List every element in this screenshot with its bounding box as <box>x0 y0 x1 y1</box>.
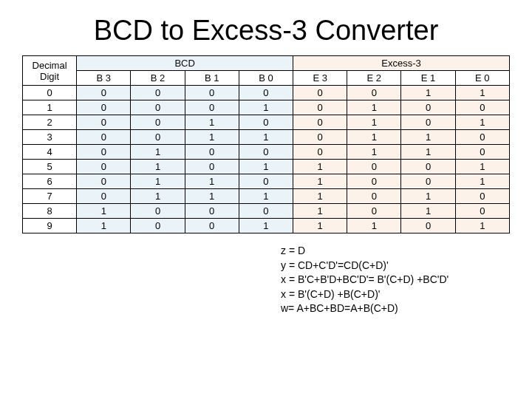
table-cell: 1 <box>347 130 401 145</box>
table-cell: 1 <box>455 115 509 130</box>
table-cell: 0 <box>401 100 455 115</box>
table-cell: 0 <box>293 145 347 160</box>
table-cell: 4 <box>23 145 77 160</box>
table-cell: 0 <box>239 86 293 100</box>
table-row: 601101001 <box>23 174 510 189</box>
table-cell: 1 <box>347 115 401 130</box>
table-cell: 1 <box>239 160 293 174</box>
table-cell: 0 <box>293 115 347 130</box>
table-cell: 1 <box>347 100 401 115</box>
table-cell: 1 <box>131 174 185 189</box>
header-decimal: Decimal Digit <box>23 56 77 86</box>
table-cell: 0 <box>401 160 455 174</box>
table-cell: 0 <box>239 145 293 160</box>
table-cell: 1 <box>455 219 509 233</box>
table-cell: 0 <box>347 86 401 100</box>
table-cell: 0 <box>401 219 455 233</box>
table-cell: 1 <box>239 219 293 233</box>
table-row: 810001010 <box>23 204 510 219</box>
table-cell: 1 <box>185 130 239 145</box>
formula-z: z = D <box>281 244 510 259</box>
table-cell: 0 <box>77 100 131 115</box>
table-cell: 1 <box>77 204 131 219</box>
table-cell: 0 <box>23 86 77 100</box>
table-cell: 0 <box>347 160 401 174</box>
table-cell: 5 <box>23 160 77 174</box>
header-e2: E 2 <box>347 71 401 86</box>
header-e1: E 1 <box>401 71 455 86</box>
table-cell: 7 <box>23 189 77 204</box>
header-e3: E 3 <box>293 71 347 86</box>
table-cell: 0 <box>347 204 401 219</box>
table-cell: 1 <box>131 145 185 160</box>
table-cell: 1 <box>131 160 185 174</box>
table-cell: 0 <box>131 100 185 115</box>
table-cell: 1 <box>77 219 131 233</box>
table-cell: 0 <box>131 204 185 219</box>
table-cell: 0 <box>131 130 185 145</box>
table-cell: 1 <box>455 86 509 100</box>
table-cell: 0 <box>77 174 131 189</box>
table-cell: 3 <box>23 130 77 145</box>
table-row: 501011001 <box>23 160 510 174</box>
table-cell: 2 <box>23 115 77 130</box>
table-cell: 1 <box>185 115 239 130</box>
table-cell: 0 <box>77 130 131 145</box>
table-cell: 0 <box>239 204 293 219</box>
table-cell: 0 <box>77 115 131 130</box>
truth-table: Decimal Digit BCD Excess-3 B 3 B 2 B 1 B… <box>22 55 510 233</box>
formula-x2: x = B'(C+D) +B(C+D)' <box>281 287 510 302</box>
boolean-formulas: z = D y = CD+C'D'=CD(C+D)' x = B'C+B'D+B… <box>281 244 510 316</box>
page-title: BCD to Excess-3 Converter <box>22 15 510 47</box>
table-cell: 0 <box>131 115 185 130</box>
table-cell: 0 <box>401 115 455 130</box>
header-b1: B 1 <box>185 71 239 86</box>
table-row: 910011101 <box>23 219 510 233</box>
table-cell: 1 <box>131 189 185 204</box>
table-cell: 1 <box>401 204 455 219</box>
table-cell: 1 <box>185 174 239 189</box>
table-row: 100010100 <box>23 100 510 115</box>
table-cell: 1 <box>401 130 455 145</box>
formula-w: w= A+BC+BD=A+B(C+D) <box>281 301 510 316</box>
header-bcd: BCD <box>77 56 293 71</box>
table-cell: 0 <box>293 130 347 145</box>
table-cell: 0 <box>455 130 509 145</box>
table-cell: 0 <box>455 189 509 204</box>
table-cell: 9 <box>23 219 77 233</box>
formula-y: y = CD+C'D'=CD(C+D)' <box>281 259 510 273</box>
table-cell: 1 <box>293 189 347 204</box>
table-cell: 1 <box>347 145 401 160</box>
table-cell: 1 <box>23 100 77 115</box>
table-cell: 0 <box>239 174 293 189</box>
table-cell: 0 <box>455 100 509 115</box>
table-cell: 0 <box>77 189 131 204</box>
table-cell: 0 <box>185 86 239 100</box>
table-cell: 0 <box>185 100 239 115</box>
table-cell: 0 <box>77 160 131 174</box>
table-cell: 6 <box>23 174 77 189</box>
table-cell: 0 <box>131 219 185 233</box>
table-cell: 0 <box>185 145 239 160</box>
table-cell: 1 <box>293 204 347 219</box>
table-cell: 0 <box>239 115 293 130</box>
table-cell: 0 <box>131 86 185 100</box>
table-cell: 0 <box>77 86 131 100</box>
table-row: 401000110 <box>23 145 510 160</box>
table-row: 701111010 <box>23 189 510 204</box>
table-cell: 1 <box>401 145 455 160</box>
table-cell: 1 <box>455 174 509 189</box>
table-cell: 8 <box>23 204 77 219</box>
table-cell: 0 <box>347 189 401 204</box>
table-cell: 0 <box>185 204 239 219</box>
table-cell: 1 <box>293 160 347 174</box>
table-cell: 1 <box>401 86 455 100</box>
header-b3: B 3 <box>77 71 131 86</box>
table-cell: 1 <box>239 189 293 204</box>
table-row: 000000011 <box>23 86 510 100</box>
header-excess: Excess-3 <box>293 56 510 71</box>
table-cell: 1 <box>293 219 347 233</box>
table-cell: 0 <box>455 145 509 160</box>
table-row: 200100101 <box>23 115 510 130</box>
table-row: 300110110 <box>23 130 510 145</box>
